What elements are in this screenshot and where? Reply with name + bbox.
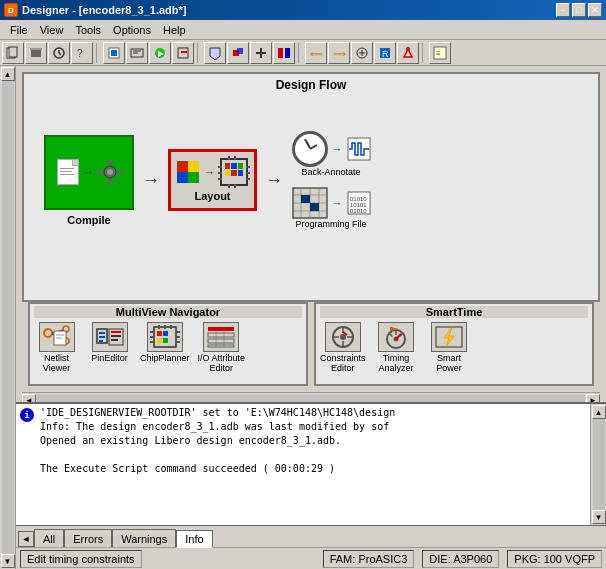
toolbar-sep-2 (197, 43, 201, 63)
svg-rect-2 (31, 50, 41, 57)
toolbar-btn-11[interactable] (250, 42, 272, 64)
multiview-navigator-panel: MultiView Navigator (28, 302, 308, 386)
app-icon: D (4, 3, 18, 17)
toolbar-btn-17[interactable] (397, 42, 419, 64)
timing-analyzer-label: TimingAnalyzer (379, 354, 414, 374)
log-scroll-track[interactable] (593, 419, 605, 510)
svg-rect-71 (150, 331, 154, 333)
svg-rect-67 (111, 331, 121, 333)
toolbar-btn-4[interactable]: ? (71, 42, 93, 64)
svg-text:?: ? (77, 48, 83, 59)
svg-rect-70 (154, 327, 176, 347)
chip-planner-item[interactable]: ChipPlanner (140, 322, 190, 364)
scroll-track-v[interactable] (2, 81, 14, 554)
menu-help[interactable]: Help (157, 22, 192, 38)
svg-marker-17 (210, 48, 220, 60)
svg-rect-36 (108, 160, 112, 165)
toolbar-btn-18[interactable]: ≡ (429, 42, 451, 64)
toolbar-btn-7[interactable]: ▶ (149, 42, 171, 64)
log-line-5: The Execute Script command succeeded ( 0… (40, 462, 586, 476)
pin-editor-icon-box (92, 322, 128, 352)
menu-view[interactable]: View (34, 22, 70, 38)
netlist-viewer-item[interactable]: NetlistViewer (34, 322, 79, 374)
status-die-text: DIE: A3P060 (429, 553, 492, 565)
svg-text:01010: 01010 (350, 208, 367, 214)
status-fam: FAM: ProASIC3 (323, 550, 415, 568)
menu-file[interactable]: File (4, 22, 34, 38)
log-scroll-down[interactable]: ▼ (592, 510, 606, 524)
window-controls: − □ ✕ (556, 3, 602, 17)
svg-rect-69 (111, 339, 118, 341)
io-attribute-editor-item[interactable]: I/O AttributeEditor (198, 322, 246, 374)
status-pkg-text: PKG: 100 VQFP (514, 553, 595, 565)
toolbar-btn-6[interactable] (126, 42, 148, 64)
toolbar-btn-13[interactable]: ⟸ (305, 42, 327, 64)
svg-rect-84 (208, 327, 234, 331)
svg-text:R: R (382, 49, 389, 59)
svg-rect-65 (99, 340, 103, 342)
toolbar-btn-1[interactable] (2, 42, 24, 64)
timing-analyzer-icon-box (378, 322, 414, 352)
flow-arrow-2: → (265, 170, 283, 191)
scroll-left-button[interactable]: ◄ (22, 394, 36, 403)
log-scrollbar: ▲ ▼ (590, 404, 606, 525)
svg-rect-1 (9, 47, 17, 57)
constraints-editor-icon-box (325, 322, 361, 352)
smart-power-item[interactable]: SmartPower (427, 322, 472, 374)
toolbar-btn-8[interactable] (172, 42, 194, 64)
toolbar-btn-9[interactable] (204, 42, 226, 64)
tab-all[interactable]: All (34, 529, 64, 547)
svg-rect-77 (158, 325, 160, 329)
svg-text:▶: ▶ (158, 49, 165, 58)
toolbar-btn-2[interactable] (25, 42, 47, 64)
content-area: Design Flow (16, 66, 606, 569)
smarttime-icons: ConstraintsEditor (320, 322, 588, 374)
log-text-area: 'IDE_DESIGNERVIEW_ROOTDIR' set to 'E:\W7… (20, 406, 586, 476)
toolbar-btn-5[interactable] (103, 42, 125, 64)
toolbar-btn-3[interactable] (48, 42, 70, 64)
svg-rect-82 (157, 338, 162, 343)
svg-rect-38 (98, 170, 103, 174)
tab-warnings[interactable]: Warnings (112, 529, 176, 547)
menu-tools[interactable]: Tools (69, 22, 107, 38)
constraints-editor-item[interactable]: ConstraintsEditor (320, 322, 366, 374)
scroll-h-track[interactable] (37, 395, 585, 403)
close-button[interactable]: ✕ (588, 3, 602, 17)
tab-info[interactable]: Info (176, 530, 212, 548)
programming-file-node[interactable]: → 01010 10101 01010 Programming File (291, 187, 371, 229)
toolbar-btn-16[interactable]: R (374, 42, 396, 64)
multiview-title: MultiView Navigator (34, 306, 302, 318)
svg-rect-19 (237, 48, 243, 54)
compile-node[interactable]: → (44, 135, 134, 226)
scroll-right-button[interactable]: ► (586, 394, 600, 403)
tab-errors[interactable]: Errors (64, 529, 112, 547)
svg-rect-85 (208, 333, 234, 337)
scroll-up-button[interactable]: ▲ (1, 67, 15, 81)
toolbar-btn-10[interactable] (227, 42, 249, 64)
svg-rect-23 (285, 48, 290, 58)
status-pkg: PKG: 100 VQFP (507, 550, 602, 568)
h-scrollbar: ◄ ► (22, 392, 600, 402)
log-info-icon: i (20, 408, 34, 422)
tabs-bar: ◄ All Errors Warnings Info (16, 525, 606, 547)
scroll-down-button[interactable]: ▼ (1, 554, 15, 568)
netlist-viewer-label: NetlistViewer (43, 354, 70, 374)
smart-power-icon-box (431, 322, 467, 352)
toolbar-btn-15[interactable] (351, 42, 373, 64)
tab-scroll-left[interactable]: ◄ (18, 531, 34, 547)
pin-editor-item[interactable]: PinEditor (87, 322, 132, 364)
svg-rect-73 (150, 341, 154, 343)
svg-rect-64 (99, 336, 105, 338)
toolbar-btn-14[interactable]: ⟹ (328, 42, 350, 64)
log-scroll-up[interactable]: ▲ (592, 405, 606, 419)
back-annotate-node[interactable]: → Back-Annotate (291, 131, 371, 177)
toolbar-btn-12[interactable] (273, 42, 295, 64)
minimize-button[interactable]: − (556, 3, 570, 17)
main-container: ▲ ▼ Design Flow (0, 66, 606, 569)
log-line-2: Info: The design encoder8_3_1.adb was la… (40, 420, 586, 434)
layout-node[interactable]: → (168, 149, 257, 211)
menu-options[interactable]: Options (107, 22, 157, 38)
status-fam-text: FAM: ProASIC3 (330, 553, 408, 565)
timing-analyzer-item[interactable]: TimingAnalyzer (374, 322, 419, 374)
maximize-button[interactable]: □ (572, 3, 586, 17)
